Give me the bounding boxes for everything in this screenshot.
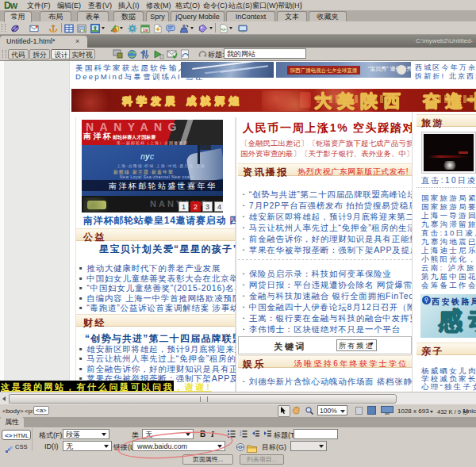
svg-text:<>: <> <box>221 27 225 32</box>
svg-text:19: 19 <box>143 28 148 33</box>
svg-text:2: 2 <box>240 433 242 437</box>
